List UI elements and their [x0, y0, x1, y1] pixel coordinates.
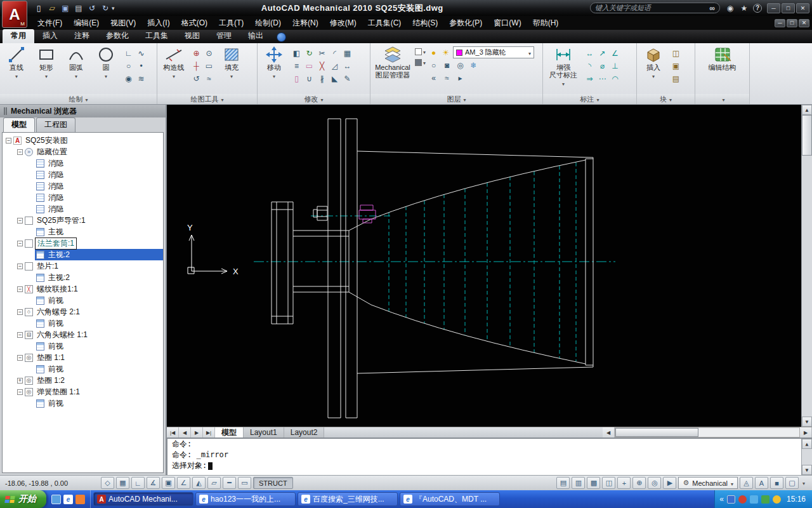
child-restore-button[interactable]: □ [787, 19, 797, 27]
scroll-down-icon[interactable]: ▼ [802, 417, 812, 427]
tree-row[interactable]: 消隐 [3, 192, 163, 203]
network-icon[interactable] [761, 495, 769, 504]
tree-item-label[interactable]: SQ25声导管:1 [35, 215, 88, 226]
child-minimize-button[interactable]: ─ [775, 19, 785, 27]
tree-item-label[interactable]: 六角螺母 2:1 [35, 307, 82, 318]
dim-angular-icon[interactable] [609, 47, 621, 59]
annotation-visibility-icon[interactable] [740, 477, 753, 489]
favorites-star-icon[interactable]: ★ [739, 3, 749, 13]
point-ref-icon[interactable] [203, 47, 215, 59]
vertical-scroll-track[interactable] [802, 156, 812, 417]
dim-diameter-icon[interactable] [596, 60, 608, 72]
tree-expander-icon[interactable] [17, 286, 23, 292]
media-player-icon[interactable] [75, 495, 85, 504]
tree-expander-icon[interactable] [17, 378, 23, 384]
dyn-icon[interactable] [207, 477, 221, 489]
task-button[interactable]: AutoCAD Mechani... [93, 492, 193, 506]
insert-block-button[interactable]: 插入 [639, 44, 668, 81]
fillet-icon[interactable] [329, 47, 341, 59]
ribbon-tab[interactable]: 常用 [3, 29, 34, 43]
tree-row[interactable]: 消隐 [3, 203, 163, 215]
horizontal-scroll-thumb[interactable] [615, 428, 698, 437]
tree-item-label[interactable]: 垫片:1 [35, 261, 60, 272]
status-menu-arrow[interactable] [801, 480, 807, 486]
tray-chevron-icon[interactable]: « [719, 495, 724, 504]
rectangle-button[interactable]: 矩形 [32, 44, 61, 81]
edit-structure-button[interactable]: 编辑结构 [702, 44, 743, 72]
task-button[interactable]: hao123一一我的上... [195, 492, 296, 506]
ribbon-tab[interactable]: 视图 [176, 29, 208, 43]
menu-item[interactable]: 视图(V) [105, 16, 141, 30]
menu-item[interactable]: 注释(N) [287, 16, 324, 30]
tree-row[interactable]: 六角头螺栓 1:1 [3, 329, 163, 340]
menu-item[interactable]: 参数化(P) [443, 16, 488, 30]
show-desktop-icon[interactable] [51, 495, 61, 504]
undo-icon[interactable] [86, 3, 98, 13]
coordinate-display[interactable]: -18.06, -19.88 , 0.00 [5, 479, 99, 487]
application-menu-button[interactable]: A M [2, 1, 27, 28]
next-tab-button[interactable]: ▶ [191, 427, 203, 438]
mirror-icon[interactable] [291, 47, 303, 59]
task-button[interactable]: 『AutoCAD、MDT ... [400, 492, 500, 506]
layout-tab[interactable]: 模型 [215, 427, 244, 438]
antivirus-icon[interactable] [738, 495, 747, 504]
open-icon[interactable] [46, 3, 58, 13]
horizontal-scroll-track[interactable] [615, 427, 800, 438]
language-icon[interactable] [727, 495, 735, 504]
palette-title-bar[interactable]: Mechanical 浏览器 [0, 105, 166, 117]
tree-row[interactable]: 法兰套筒:1 [3, 237, 163, 249]
snap-icon[interactable] [101, 477, 114, 489]
tree-row[interactable]: 前视 [3, 295, 163, 306]
menu-item[interactable]: 工具(T) [213, 16, 249, 30]
break-icon[interactable] [316, 72, 328, 84]
dim-ordinate-icon[interactable] [609, 60, 621, 72]
tree-expander-icon[interactable] [17, 218, 23, 224]
command-line-window[interactable]: 命令:命令: _mirror 选择对象: ▲ ▼ [167, 438, 812, 475]
menu-item[interactable]: 窗口(W) [488, 16, 527, 30]
freeze-icon[interactable] [468, 59, 480, 71]
scroll-left-icon[interactable]: ◀ [603, 427, 615, 438]
menu-item[interactable]: 工具集(C) [362, 16, 407, 30]
array-icon[interactable] [341, 47, 353, 59]
rectangle-tool-icon[interactable] [203, 60, 215, 72]
tree-expander-icon[interactable] [17, 149, 23, 155]
tree-row[interactable]: 前视 [3, 363, 163, 375]
otrack-icon[interactable] [177, 477, 190, 489]
layer-walk-icon[interactable] [454, 72, 466, 84]
ribbon-tab[interactable]: 工具集 [137, 29, 176, 43]
tree-item-label[interactable]: 消隐 [46, 192, 65, 203]
layer-off-icon[interactable] [428, 59, 440, 71]
object-linetype-button[interactable] [415, 58, 426, 67]
start-button[interactable]: 开始 [0, 490, 46, 508]
tree-item-label[interactable]: 消隐 [46, 158, 65, 169]
tree-row[interactable]: 垫片:1 [3, 260, 163, 272]
layer-lock-icon[interactable] [441, 59, 453, 71]
layer-match-icon[interactable] [441, 72, 453, 84]
task-button[interactable]: 百度搜索_三维网技... [298, 492, 398, 506]
donut-icon[interactable] [122, 72, 134, 84]
tree-item-label[interactable]: 消隐 [46, 204, 65, 215]
menu-item[interactable]: 结构(S) [407, 16, 443, 30]
menu-item[interactable]: 插入(I) [141, 16, 175, 30]
object-color-button[interactable] [415, 47, 426, 56]
tree-item-label[interactable]: 前视 [46, 364, 65, 375]
steeringwheel-icon[interactable] [648, 477, 661, 489]
qnew-icon[interactable] [33, 3, 44, 13]
create-block-icon[interactable] [670, 47, 682, 59]
explode-icon[interactable] [316, 60, 328, 72]
tree-row[interactable]: 螺纹联接1:1 [3, 283, 163, 295]
bulb-icon[interactable] [428, 46, 440, 58]
help-search-box[interactable]: 键入关键字或短语 [590, 3, 720, 13]
dim-aligned-icon[interactable] [596, 47, 608, 59]
centerline-icon[interactable] [190, 60, 202, 72]
tree-item-label[interactable]: 垫圈 1:1 [35, 352, 67, 363]
tree-expander-icon[interactable] [17, 332, 23, 338]
scroll-right-icon[interactable]: ▶ [800, 427, 812, 438]
prev-tab-button[interactable]: ◀ [179, 427, 191, 438]
menu-item[interactable]: 绘制(D) [249, 16, 287, 30]
cleanscreen-icon[interactable] [785, 477, 799, 489]
drawing-canvas[interactable]: Y X [167, 105, 801, 427]
trim-icon[interactable] [316, 47, 328, 59]
tree-expander-icon[interactable] [17, 264, 23, 269]
vertical-scroll-thumb[interactable] [802, 115, 812, 156]
